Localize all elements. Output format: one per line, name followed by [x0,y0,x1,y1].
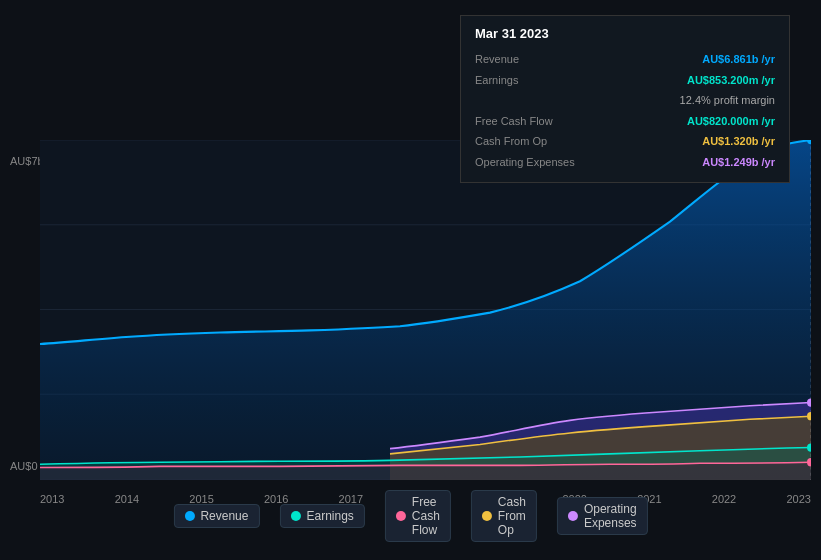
x-label-2013: 2013 [40,493,64,505]
legend-dot-earnings [290,511,300,521]
legend-label-opex: Operating Expenses [584,502,637,530]
legend-item-opex[interactable]: Operating Expenses [557,497,648,535]
y-label-bottom: AU$0 [10,460,38,472]
chart-legend: Revenue Earnings Free Cash Flow Cash Fro… [173,490,647,542]
tooltip-fcf-value: AU$820.000m /yr [687,113,775,130]
tooltip-earnings-value: AU$853.200m /yr [687,72,775,89]
tooltip-revenue-value: AU$6.861b /yr [702,51,775,68]
legend-label-cfo: Cash From Op [498,495,526,537]
tooltip-opex-value: AU$1.249b /yr [702,154,775,171]
chart-svg [40,140,811,480]
tooltip-margin-row: 12.4% profit margin [475,90,775,111]
x-label-2014: 2014 [115,493,139,505]
legend-dot-fcf [396,511,406,521]
y-label-top: AU$7b [10,155,44,167]
x-label-2022: 2022 [712,493,736,505]
tooltip-cfo-row: Cash From Op AU$1.320b /yr [475,131,775,152]
tooltip-opex-label: Operating Expenses [475,154,585,171]
legend-label-revenue: Revenue [200,509,248,523]
tooltip-opex-row: Operating Expenses AU$1.249b /yr [475,152,775,173]
legend-dot-cfo [482,511,492,521]
tooltip-margin-value: 12.4% profit margin [680,92,775,109]
tooltip-cfo-value: AU$1.320b /yr [702,133,775,150]
legend-item-revenue[interactable]: Revenue [173,504,259,528]
x-label-2023: 2023 [786,493,810,505]
tooltip-cfo-label: Cash From Op [475,133,585,150]
legend-dot-revenue [184,511,194,521]
tooltip-earnings-row: Earnings AU$853.200m /yr [475,70,775,91]
legend-item-earnings[interactable]: Earnings [279,504,364,528]
chart-container: Mar 31 2023 Revenue AU$6.861b /yr Earnin… [0,0,821,560]
legend-label-earnings: Earnings [306,509,353,523]
legend-dot-opex [568,511,578,521]
chart-area[interactable] [40,140,811,480]
legend-item-cfo[interactable]: Cash From Op [471,490,537,542]
tooltip-earnings-label: Earnings [475,72,585,89]
tooltip-revenue-label: Revenue [475,51,585,68]
tooltip-fcf-label: Free Cash Flow [475,113,585,130]
tooltip-date: Mar 31 2023 [475,26,775,41]
legend-label-fcf: Free Cash Flow [412,495,440,537]
tooltip-fcf-row: Free Cash Flow AU$820.000m /yr [475,111,775,132]
legend-item-fcf[interactable]: Free Cash Flow [385,490,451,542]
tooltip-revenue-row: Revenue AU$6.861b /yr [475,49,775,70]
tooltip-box: Mar 31 2023 Revenue AU$6.861b /yr Earnin… [460,15,790,183]
